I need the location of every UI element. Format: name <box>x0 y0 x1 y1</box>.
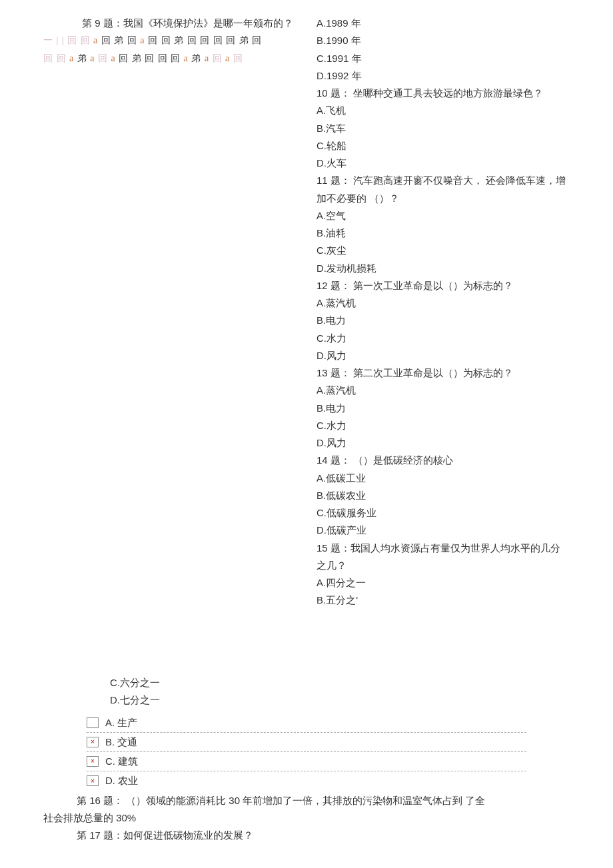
q11-title: 11 题： 汽车跑高速开窗不仅噪音大， 还会降低车速，增加不必要的 （）？ <box>316 172 570 207</box>
option-label: A. <box>105 714 115 731</box>
q10-option-b: B.汽车 <box>316 120 570 137</box>
q14-option-c: C.低碳服务业 <box>316 504 570 522</box>
option-label: D. <box>105 772 115 789</box>
q14-title: 14 题： （）是低碳经济的核心 <box>316 452 570 469</box>
option-text: 交通 <box>117 733 137 751</box>
broken-image-icon: × <box>87 756 99 767</box>
q12-title: 12 题： 第一次工业革命是以（）为标志的？ <box>316 277 570 294</box>
q12-option-a: A.蒸汽机 <box>316 294 570 312</box>
broken-image-icon: × <box>87 737 99 747</box>
option-text: 建筑 <box>118 753 138 770</box>
q15-option-b: B.五分之' <box>316 592 570 609</box>
q11-option-a: A.空气 <box>316 207 570 224</box>
q13-title: 13 题： 第二次工业革命是以（）为标志的？ <box>316 364 570 382</box>
option-label: C. <box>105 753 115 770</box>
q15-option-c: C.六分之一 <box>110 674 570 691</box>
option-text: 生产 <box>117 714 137 731</box>
q9-option-c: C.1991 年 <box>316 50 570 67</box>
q13-option-b: B.电力 <box>316 400 570 417</box>
extra-option-c: × C. 建筑 <box>87 752 526 771</box>
q10-option-c: C.轮船 <box>316 137 570 155</box>
q10-option-a: A.飞机 <box>316 102 570 119</box>
broken-image-icon <box>87 717 99 728</box>
option-label: B. <box>105 733 115 751</box>
q15-option-a: A.四分之一 <box>316 574 570 592</box>
q17-title: 第 17 题：如何促进低碳物流业的发展？ <box>43 827 570 844</box>
q9-option-a: A.1989 年 <box>316 15 570 32</box>
q16-line1: 第 16 题： （）领域的能源消耗比 30 年前增加了一倍，其排放的污染物和温室… <box>43 792 570 809</box>
q12-option-d: D.风力 <box>316 347 570 364</box>
q15-title: 15 题：我国人均水资源占有量仅为世界人均水平的几分之几？ <box>316 540 570 575</box>
q9-title: 第 9 题：我国《环境保护法》是哪一年颁布的？ <box>43 15 306 32</box>
extra-option-d: × D. 农业 <box>87 771 526 790</box>
q11-option-b: B.油耗 <box>316 224 570 242</box>
extra-option-a: A. 生产 <box>87 713 526 733</box>
q9-option-d: D.1992 年 <box>316 67 570 85</box>
q12-option-b: B.电力 <box>316 312 570 329</box>
q10-option-d: D.火车 <box>316 155 570 172</box>
ghost-line-1: 一 | | 回 回 a 回 弟 回 a 回 回 弟 回 回 回 回 弟 回 <box>43 32 306 50</box>
broken-image-icon: × <box>87 775 99 786</box>
q11-option-d: D.发动机损耗 <box>316 260 570 277</box>
q16-line2: 社会排放总量的 30% <box>43 809 570 827</box>
q15-option-d: D.七分之一 <box>110 691 570 709</box>
q14-option-b: B.低碳农业 <box>316 487 570 504</box>
q13-option-d: D.风力 <box>316 434 570 452</box>
q10-title: 10 题： 坐哪种交通工具去较远的地方旅游最绿色？ <box>316 85 570 102</box>
q14-option-d: D.低碳产业 <box>316 522 570 539</box>
q11-option-c: C.灰尘 <box>316 242 570 259</box>
q13-option-a: A.蒸汽机 <box>316 382 570 399</box>
ghost-line-2: 回 回 a 弟 a 回 a 回 弟 回 回 回 a 弟 a 回 a 回 <box>43 50 306 68</box>
q9-option-b: B.1990 年 <box>316 32 570 49</box>
q14-option-a: A.低碳工业 <box>316 470 570 487</box>
q12-option-c: C.水力 <box>316 330 570 347</box>
extra-option-b: × B. 交通 <box>87 733 526 752</box>
option-text: 农业 <box>118 772 138 789</box>
q13-option-c: C.水力 <box>316 417 570 434</box>
